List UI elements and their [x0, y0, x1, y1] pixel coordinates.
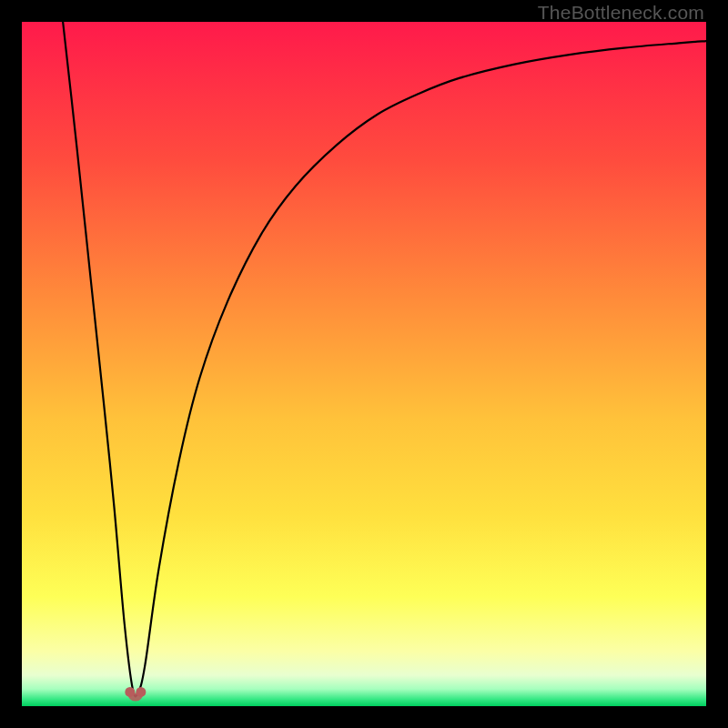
watermark-text: TheBottleneck.com — [538, 2, 704, 24]
svg-point-1 — [136, 687, 146, 697]
svg-point-0 — [125, 687, 135, 697]
chart-frame — [22, 22, 706, 706]
bottleneck-chart — [22, 22, 706, 706]
